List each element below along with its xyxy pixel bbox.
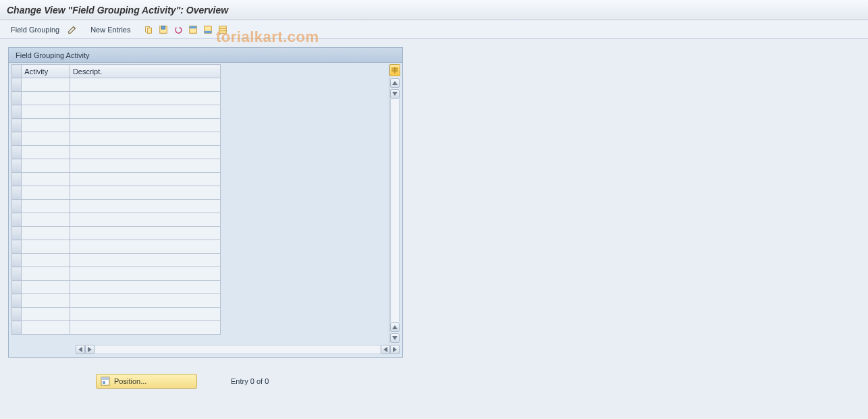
table-config-icon[interactable] — [389, 64, 400, 76]
scroll-down-button[interactable] — [390, 333, 400, 343]
cell-activity[interactable] — [22, 240, 70, 254]
scroll-right-step-button[interactable] — [85, 345, 94, 354]
cell-activity[interactable] — [22, 146, 70, 159]
cell-activity[interactable] — [22, 308, 70, 321]
table-row[interactable] — [12, 186, 221, 200]
row-selector[interactable] — [12, 294, 22, 308]
cell-activity[interactable] — [22, 294, 70, 308]
cell-descript[interactable] — [70, 173, 220, 186]
cell-descript[interactable] — [70, 294, 220, 308]
row-selector[interactable] — [12, 321, 22, 335]
cell-descript[interactable] — [70, 119, 220, 132]
table-row[interactable] — [12, 267, 221, 281]
cell-activity[interactable] — [22, 173, 70, 186]
scroll-left-button[interactable] — [76, 345, 85, 354]
cell-descript[interactable] — [70, 308, 220, 321]
undo-icon[interactable] — [172, 24, 184, 36]
row-selector[interactable] — [12, 213, 22, 227]
table-row[interactable] — [12, 321, 221, 335]
table-settings-icon[interactable] — [217, 24, 229, 36]
row-selector[interactable] — [12, 240, 22, 254]
row-selector[interactable] — [12, 159, 22, 173]
cell-descript[interactable] — [70, 254, 220, 267]
select-all-icon[interactable] — [187, 24, 199, 36]
cell-descript[interactable] — [70, 200, 220, 213]
cell-descript[interactable] — [70, 146, 220, 159]
deselect-all-icon[interactable] — [202, 24, 214, 36]
row-selector[interactable] — [12, 254, 22, 267]
scroll-left-step-button[interactable] — [381, 345, 390, 354]
table-row[interactable] — [12, 240, 221, 254]
cell-activity[interactable] — [22, 200, 70, 213]
copy-icon[interactable] — [142, 24, 155, 36]
cell-descript[interactable] — [70, 240, 220, 254]
cell-descript[interactable] — [70, 132, 220, 146]
row-selector[interactable] — [12, 173, 22, 186]
row-selector[interactable] — [12, 78, 22, 92]
row-selector[interactable] — [12, 146, 22, 159]
cell-activity[interactable] — [22, 321, 70, 335]
table-row[interactable] — [12, 294, 221, 308]
data-table[interactable]: Activity Descript. — [11, 64, 221, 335]
table-row[interactable] — [12, 105, 221, 119]
table-row[interactable] — [12, 159, 221, 173]
table-row[interactable] — [12, 254, 221, 267]
position-button[interactable]: Position... — [96, 374, 197, 389]
cell-descript[interactable] — [70, 281, 220, 294]
cell-activity[interactable] — [22, 186, 70, 200]
cell-descript[interactable] — [70, 78, 220, 92]
cell-activity[interactable] — [22, 267, 70, 281]
table-row[interactable] — [12, 200, 221, 213]
cell-descript[interactable] — [70, 159, 220, 173]
cell-activity[interactable] — [22, 254, 70, 267]
cell-activity[interactable] — [22, 105, 70, 119]
cell-descript[interactable] — [70, 105, 220, 119]
cell-descript[interactable] — [70, 213, 220, 227]
row-selector[interactable] — [12, 308, 22, 321]
row-selector-header[interactable] — [12, 65, 22, 78]
table-row[interactable] — [12, 132, 221, 146]
column-header-activity[interactable]: Activity — [22, 65, 70, 78]
table-row[interactable] — [12, 281, 221, 294]
table-row[interactable] — [12, 119, 221, 132]
scroll-track-horizontal[interactable] — [95, 345, 380, 354]
cell-activity[interactable] — [22, 92, 70, 105]
row-selector[interactable] — [12, 227, 22, 240]
row-selector[interactable] — [12, 281, 22, 294]
scroll-down-step-button[interactable] — [390, 89, 400, 99]
scroll-right-button[interactable] — [390, 345, 400, 354]
column-header-descript[interactable]: Descript. — [70, 65, 220, 78]
table-row[interactable] — [12, 213, 221, 227]
cell-activity[interactable] — [22, 227, 70, 240]
row-selector[interactable] — [12, 132, 22, 146]
cell-activity[interactable] — [22, 281, 70, 294]
row-selector[interactable] — [12, 186, 22, 200]
cell-activity[interactable] — [22, 78, 70, 92]
scroll-track-vertical[interactable] — [390, 99, 400, 322]
row-selector[interactable] — [12, 92, 22, 105]
cell-descript[interactable] — [70, 92, 220, 105]
cell-descript[interactable] — [70, 186, 220, 200]
table-row[interactable] — [12, 308, 221, 321]
scroll-up-step-button[interactable] — [390, 323, 400, 332]
cell-descript[interactable] — [70, 227, 220, 240]
horizontal-scrollbar[interactable] — [11, 345, 400, 354]
table-row[interactable] — [12, 92, 221, 105]
vertical-scrollbar[interactable] — [389, 64, 400, 343]
cell-descript[interactable] — [70, 321, 220, 335]
cell-descript[interactable] — [70, 267, 220, 281]
edit-icon[interactable] — [66, 24, 78, 36]
new-entries-button[interactable]: New Entries — [86, 26, 134, 34]
save-variant-icon[interactable] — [157, 24, 169, 36]
field-grouping-button[interactable]: Field Grouping — [7, 26, 63, 34]
cell-activity[interactable] — [22, 132, 70, 146]
row-selector[interactable] — [12, 267, 22, 281]
cell-activity[interactable] — [22, 159, 70, 173]
table-row[interactable] — [12, 173, 221, 186]
cell-activity[interactable] — [22, 119, 70, 132]
table-row[interactable] — [12, 78, 221, 92]
scroll-up-button[interactable] — [390, 78, 400, 88]
row-selector[interactable] — [12, 105, 22, 119]
table-row[interactable] — [12, 227, 221, 240]
row-selector[interactable] — [12, 119, 22, 132]
